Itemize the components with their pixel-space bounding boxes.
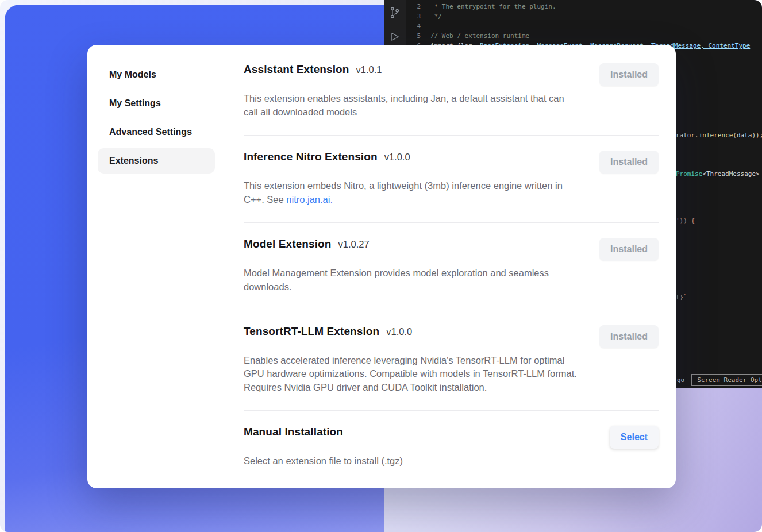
extension-row: Assistant Extension v1.0.1 Installed Thi… [244,48,659,136]
status-text: go [677,376,684,384]
extension-version: v1.0.27 [338,239,369,250]
extension-title: Model Extension [244,238,331,250]
code-line: 5// Web / extension runtime [406,31,750,41]
sidebar-item-advanced-settings[interactable]: Advanced Settings [98,119,215,145]
line-number: 2 [406,2,421,11]
page-background: 2 * The entrypoint for the plugin. 3 */ … [0,0,762,532]
code-text: */ [430,11,442,21]
settings-modal: My Models My Settings Advanced Settings … [87,45,676,488]
screen-reader-status-badge: Screen Reader Optimize [691,374,762,386]
settings-sidebar: My Models My Settings Advanced Settings … [87,45,224,488]
installed-button[interactable]: Installed [599,238,659,261]
extension-version: v1.0.0 [386,326,412,337]
extension-title: Assistant Extension [244,63,349,76]
manual-installation-description: Select an extension file to install (.tg… [244,454,577,468]
code-line: 4 [406,21,750,31]
git-branch-icon [389,6,401,22]
code-text: * The entrypoint for the plugin. [430,2,556,11]
extension-row: Model Extension v1.0.27 Installed Model … [244,223,659,310]
extension-version: v1.0.1 [356,64,382,75]
code-fragment: t}` [676,294,687,301]
extension-row: TensortRT-LLM Extension v1.0.0 Installed… [244,310,659,411]
extension-version: v1.0.0 [384,152,410,163]
run-icon [389,31,401,45]
nitro-jan-ai-link[interactable]: nitro.jan.ai. [286,194,333,205]
extension-description: Enables accelerated inference leveraging… [244,354,577,395]
extension-description: This extension embeds Nitro, a lightweig… [244,179,577,207]
extension-description: This extension enables assistants, inclu… [244,92,577,119]
extension-title: TensortRT-LLM Extension [244,325,379,338]
code-line: 3 */ [406,11,750,21]
select-button[interactable]: Select [610,426,659,449]
code-line: 2 * The entrypoint for the plugin. [406,2,750,11]
installed-button[interactable]: Installed [599,151,659,174]
code-lines: 2 * The entrypoint for the plugin. 3 */ … [406,2,750,51]
sidebar-item-my-settings[interactable]: My Settings [98,91,215,116]
manual-installation-title: Manual Installation [244,426,343,438]
sidebar-item-extensions[interactable]: Extensions [98,148,215,174]
line-number: 3 [406,11,421,21]
extensions-list: Assistant Extension v1.0.1 Installed Thi… [224,45,676,488]
line-number: 5 [406,31,421,41]
installed-button[interactable]: Installed [599,325,659,348]
extension-row: Inference Nitro Extension v1.0.0 Install… [244,136,659,223]
extension-description: Model Management Extension provides mode… [244,267,577,294]
editor-status-bar: go Screen Reader Optimize [677,374,762,386]
sidebar-item-my-models[interactable]: My Models [98,62,215,87]
line-number: 4 [406,21,421,31]
code-fragment: rator.inference(data)); [676,132,762,139]
code-fragment: Promise<ThreadMessage> [676,170,760,178]
extension-title: Inference Nitro Extension [244,151,378,163]
code-text: // Web / extension runtime [430,31,529,41]
manual-installation-row: Manual Installation Select Select an ext… [244,411,659,484]
code-fragment: ')) { [676,217,695,225]
installed-button[interactable]: Installed [599,63,659,86]
